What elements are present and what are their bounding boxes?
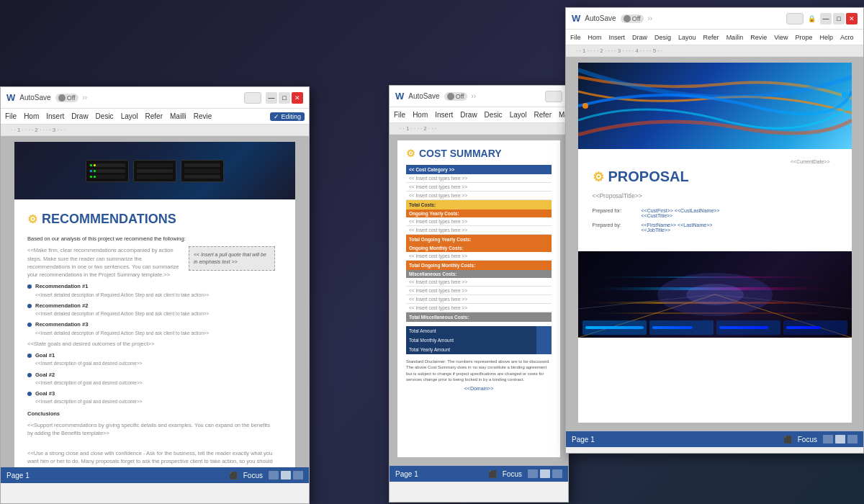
ribbon-acro-3[interactable]: Acro [840, 34, 854, 41]
goal-dot-3 [27, 392, 32, 396]
status-right-2: ⬛ Focus [488, 469, 562, 478]
table-row: << Insert cost types here >> [406, 192, 552, 200]
ribbon-file-3[interactable]: File [570, 34, 581, 41]
ribbon-draw-3[interactable]: Draw [632, 34, 647, 41]
ribbon-design-2[interactable]: Desic [485, 111, 503, 119]
ribbon-refer-3[interactable]: Refer [703, 34, 719, 41]
ribbon-help-3[interactable]: Help [820, 34, 834, 41]
view-icon-web-3[interactable] [835, 435, 845, 444]
view-icon-read-1[interactable] [293, 471, 303, 480]
view-icons-3 [823, 435, 858, 444]
close-button-3[interactable]: ✕ [846, 13, 858, 24]
total-costs-row: Total Costs: [406, 200, 552, 210]
minimize-button-1[interactable]: — [266, 92, 277, 104]
view-icon-read-2[interactable] [552, 469, 562, 478]
view-icon-web-2[interactable] [540, 469, 550, 478]
search-box-2[interactable] [545, 91, 562, 102]
focus-label-3: Focus [798, 436, 817, 444]
close-button-1[interactable]: ✕ [292, 92, 303, 104]
search-box-3[interactable] [786, 13, 804, 24]
status-right-3: ⬛ Focus [783, 435, 858, 444]
ribbon-draw-2[interactable]: Draw [460, 111, 477, 119]
goal-1: Goal #1 <<Insert description of goal and… [27, 351, 275, 368]
ribbon-home-3[interactable]: Hom [588, 34, 602, 41]
goal-dot-2 [27, 373, 32, 377]
autosave-toggle-1[interactable]: Off [55, 94, 78, 102]
total-amount-row: Total Amount [406, 326, 552, 336]
server-image-1 [14, 142, 295, 199]
focus-label-2: Focus [503, 470, 522, 478]
ribbon-insert-3[interactable]: Insert [609, 34, 626, 41]
proposal-title: ⚙ PROPOSAL [593, 168, 837, 185]
maximize-button-3[interactable]: □ [833, 13, 845, 24]
view-icon-read-3[interactable] [847, 435, 858, 444]
ribbon-file-2[interactable]: File [394, 111, 405, 119]
proposal-content: <<CurrentDate>> ⚙ PROPOSAL <<ProposalTit… [578, 149, 852, 244]
word-icon-1: W [6, 92, 15, 103]
table-row: << Insert cost types here >> [406, 174, 552, 183]
prepared-by-name: <<FirstName>> <<LastName>> [642, 222, 713, 228]
table-row: << Insert cost types here >> [406, 183, 552, 192]
ribbon-home-1[interactable]: Hom [24, 112, 39, 120]
ribbon-1: File Hom Insert Draw Desic Layol Refer M… [1, 109, 309, 125]
page-3: <<CurrentDate>> ⚙ PROPOSAL <<ProposalTit… [578, 63, 852, 423]
goal-2: Goal #2 <<Insert description of goal and… [27, 371, 275, 387]
total-misc-row: Total Miscellaneous Costs: [406, 312, 552, 323]
ribbon-view-3[interactable]: View [774, 34, 788, 41]
ribbon-design-3[interactable]: Desig [654, 34, 671, 41]
conclusions-heading: Conclusions [27, 410, 275, 418]
ribbon-design-1[interactable]: Desic [96, 112, 114, 120]
doc-area-3: <<CurrentDate>> ⚙ PROPOSAL <<ProposalTit… [566, 57, 863, 431]
search-box-1[interactable] [244, 92, 261, 104]
ribbon-home-2[interactable]: Hom [413, 111, 428, 119]
svg-point-0 [582, 103, 588, 109]
ribbon-layout-2[interactable]: Layol [510, 111, 527, 119]
title-bar-2: W AutoSave Off ›› [390, 86, 568, 107]
monthly-amount-label: Total Monthly Amount [406, 336, 536, 345]
cost-category-header: << Cost Category >> [406, 165, 552, 174]
ribbon-refer-1[interactable]: Refer [145, 112, 163, 120]
proposal-title-placeholder: <<ProposalTitle>> [593, 192, 837, 199]
table-row: << Insert cost types here >> [406, 226, 552, 235]
page-label-1: Page 1 [6, 472, 30, 480]
total-amount-label: Total Amount [406, 326, 536, 336]
ribbon-file-1[interactable]: File [5, 112, 17, 120]
gear-icon: ⚙ [27, 211, 37, 228]
rec-body: Based on our analysis of this project we… [27, 235, 275, 467]
rec-bullet-1: Recommendation #1 <<Insert detailed desc… [27, 282, 275, 299]
conclusion-1: <<Support recommendations by giving spec… [27, 421, 275, 438]
ribbon-2: File Hom Insert Draw Desic Layol Refer M… [390, 107, 568, 123]
ribbon-review-3[interactable]: Revie [750, 34, 767, 41]
ribbon-insert-1[interactable]: Insert [46, 112, 64, 120]
autosave-toggle-3[interactable]: Off [621, 14, 644, 23]
ribbon-review-1[interactable]: Revie [194, 112, 212, 120]
window-controls-1: — □ ✕ [266, 92, 303, 104]
view-icon-print-1[interactable] [269, 471, 279, 480]
recommendations-content: ⚙ RECOMMENDATIONS Based on our analysis … [14, 199, 288, 467]
yearly-amount-row: Total Yearly Amount [406, 345, 552, 354]
ongoing-monthly-header: Ongoing Monthly Costs: [406, 244, 552, 252]
monthly-amount-value [536, 336, 552, 345]
ribbon-props-3[interactable]: Prope [796, 34, 813, 41]
svg-point-1 [842, 92, 847, 98]
page-label-3: Page 1 [572, 436, 595, 444]
ribbon-insert-2[interactable]: Insert [435, 111, 453, 119]
minimize-button-3[interactable]: — [820, 13, 832, 24]
autosave-toggle-2[interactable]: Off [444, 92, 467, 101]
monthly-amount-row: Total Monthly Amount [406, 336, 552, 345]
prepared-for-name: <<CustFirst>> <<CustLastName>> [642, 208, 720, 213]
conclusion-2: <<Use a strong close and close with conf… [27, 449, 275, 468]
view-icon-web-1[interactable] [281, 471, 291, 480]
maximize-button-1[interactable]: □ [279, 92, 290, 104]
ribbon-mailing-3[interactable]: Mailin [726, 34, 744, 41]
ribbon-mail-1[interactable]: Mailli [170, 112, 186, 120]
ribbon-refer-2[interactable]: Refer [534, 111, 552, 119]
ribbon-draw-1[interactable]: Draw [71, 112, 88, 120]
view-icon-print-3[interactable] [823, 435, 833, 444]
ribbon-layout-1[interactable]: Layol [121, 112, 138, 120]
yearly-amount-label: Total Yearly Amount [406, 345, 536, 354]
ribbon-layout-3[interactable]: Layou [678, 34, 696, 41]
hero-bottom [578, 251, 852, 338]
page-1: ⚙ RECOMMENDATIONS Based on our analysis … [14, 142, 295, 467]
view-icon-print-2[interactable] [528, 469, 538, 478]
